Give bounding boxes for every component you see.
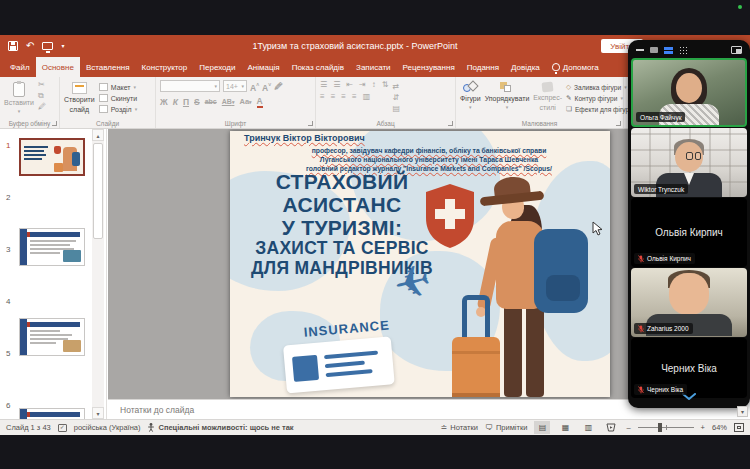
tab-design[interactable]: Конструктор bbox=[136, 57, 194, 77]
undo-icon[interactable]: ↶ bbox=[26, 41, 34, 51]
customize-qat-icon[interactable]: ▾ bbox=[61, 41, 64, 51]
font-dialog-launcher[interactable] bbox=[308, 121, 313, 126]
paste-button[interactable]: Вставити ▾ bbox=[4, 80, 34, 114]
align-center-icon[interactable]: ≡ bbox=[331, 92, 336, 101]
slide-thumbnail-3[interactable] bbox=[19, 318, 85, 356]
start-slideshow-icon[interactable] bbox=[42, 42, 53, 50]
notes-toggle-button[interactable]: ≐ Нотатки bbox=[441, 423, 478, 432]
columns-icon[interactable]: ▥ bbox=[363, 92, 371, 101]
popout-layout-icon[interactable] bbox=[731, 46, 742, 54]
decrease-indent-icon[interactable]: ⇤ bbox=[346, 80, 353, 89]
thumbnail-number: 5 bbox=[6, 349, 10, 358]
align-text-icon[interactable]: ⇵ bbox=[392, 93, 400, 102]
tab-reference[interactable]: Довідка bbox=[505, 57, 546, 77]
normal-view-button[interactable]: ▤ bbox=[534, 421, 550, 434]
copy-icon[interactable]: ⧉ bbox=[38, 91, 46, 100]
tab-file[interactable]: Файл bbox=[4, 57, 36, 77]
increase-indent-icon[interactable]: ⇥ bbox=[359, 80, 366, 89]
cut-icon[interactable]: ✂ bbox=[38, 80, 46, 89]
tab-review[interactable]: Рецензування bbox=[397, 57, 461, 77]
tab-slideshow[interactable]: Показ слайдів bbox=[286, 57, 350, 77]
text-options-icon[interactable]: ▤ bbox=[392, 104, 400, 113]
font-name-select[interactable]: ▾ bbox=[160, 80, 220, 92]
language-indicator[interactable]: російська (Україна) bbox=[74, 423, 141, 432]
scroll-down-icon[interactable]: ▾ bbox=[92, 407, 104, 419]
ribbon-group-font: ▾ 14+▾ А˄ А˅ 🖉 Ж К П S abc АВ▾ Аа▾ bbox=[156, 77, 316, 128]
tab-transitions[interactable]: Переходи bbox=[193, 57, 241, 77]
reset-button[interactable]: Скинути bbox=[99, 94, 138, 102]
comments-toggle-button[interactable]: 🗨 Примітки bbox=[485, 423, 527, 432]
underline-button[interactable]: П bbox=[183, 97, 189, 107]
clipboard-dialog-launcher[interactable] bbox=[52, 121, 57, 126]
strikethrough-button[interactable]: S bbox=[194, 97, 200, 107]
participant-tile[interactable]: Zaharius 2000 bbox=[631, 268, 747, 337]
justify-icon[interactable]: ≡ bbox=[352, 92, 357, 101]
paragraph-dialog-launcher[interactable] bbox=[448, 121, 453, 126]
align-right-icon[interactable]: ≡ bbox=[341, 92, 346, 101]
speaker-view-icon[interactable] bbox=[650, 47, 658, 53]
spellcheck-icon[interactable] bbox=[58, 424, 67, 432]
reading-view-button[interactable]: ▥ bbox=[580, 421, 596, 434]
traveler-illustration bbox=[470, 179, 610, 397]
participant-name-label: Wiktor Trynczuk bbox=[634, 184, 688, 194]
scroll-up-icon[interactable]: ▴ bbox=[92, 129, 104, 141]
align-left-icon[interactable]: ≡ bbox=[320, 92, 325, 101]
tab-insert[interactable]: Вставлення bbox=[80, 57, 136, 77]
tab-home[interactable]: Основне bbox=[36, 57, 80, 77]
new-slide-button[interactable]: Створити слайд bbox=[64, 80, 95, 113]
font-size-select[interactable]: 14+▾ bbox=[223, 80, 247, 92]
zoom-out-button[interactable]: – bbox=[626, 423, 630, 432]
character-spacing-button[interactable]: АВ▾ bbox=[222, 97, 235, 107]
save-icon[interactable] bbox=[8, 41, 18, 51]
participant-tile[interactable]: Ольга Файчук bbox=[631, 58, 747, 127]
tab-help[interactable]: Допомога bbox=[546, 57, 605, 77]
scrollbar-thumb[interactable] bbox=[93, 143, 103, 239]
font-color-button[interactable]: А bbox=[257, 96, 263, 108]
drawing-dialog-launcher[interactable] bbox=[616, 121, 621, 126]
italic-button[interactable]: К bbox=[173, 97, 178, 107]
current-slide[interactable]: Тринчук Віктор Вікторович професор, заві… bbox=[230, 131, 610, 397]
quick-styles-button[interactable]: Експрес- стилі bbox=[533, 80, 562, 111]
gallery-view-icon[interactable] bbox=[679, 46, 688, 55]
shapes-button[interactable]: Фігури ▾ bbox=[460, 80, 481, 110]
participant-tile[interactable]: Wiktor Trynczuk bbox=[631, 128, 747, 197]
strip-view-icon[interactable] bbox=[664, 47, 673, 54]
grow-font-button[interactable]: А˄ bbox=[250, 80, 259, 93]
convert-smartart-icon[interactable]: ⇄ bbox=[392, 82, 400, 91]
tab-animations[interactable]: Анімація bbox=[241, 57, 285, 77]
shrink-font-button[interactable]: А˅ bbox=[262, 80, 271, 93]
change-case-button[interactable]: Аа▾ bbox=[239, 97, 251, 107]
bullets-icon[interactable]: ☰ bbox=[320, 80, 327, 89]
layout-button[interactable]: Макет▾ bbox=[99, 83, 138, 91]
quick-styles-icon bbox=[542, 81, 554, 92]
slide-thumbnail-2[interactable] bbox=[19, 228, 85, 266]
slideshow-view-button[interactable] bbox=[603, 421, 619, 434]
notes-placeholder: Нотатки до слайда bbox=[120, 405, 194, 415]
slide-thumbnail-4[interactable] bbox=[19, 408, 85, 419]
shadow-button[interactable]: abc bbox=[205, 97, 217, 107]
arrange-button[interactable]: Упорядкувати ▾ bbox=[485, 80, 530, 110]
section-button[interactable]: Розділ▾ bbox=[99, 105, 138, 113]
zoom-in-button[interactable]: + bbox=[701, 423, 705, 432]
minimize-icon[interactable] bbox=[636, 49, 644, 51]
numbering-icon[interactable]: ☰ bbox=[333, 80, 340, 89]
editor-scroll-down-icon[interactable]: ▾ bbox=[737, 406, 748, 417]
zoom-slider-handle[interactable] bbox=[658, 423, 662, 432]
text-direction-icon[interactable]: ⇅ bbox=[382, 80, 389, 89]
fit-slide-to-window-icon[interactable] bbox=[734, 423, 744, 432]
slide-thumbnail-1[interactable] bbox=[19, 138, 85, 176]
participant-name-label: Zaharius 2000 bbox=[634, 323, 693, 334]
tab-record[interactable]: Записати bbox=[350, 57, 397, 77]
clear-formatting-button[interactable]: 🖉 bbox=[274, 81, 283, 91]
slide-sorter-view-button[interactable]: ▦ bbox=[557, 421, 573, 434]
thumbnail-scrollbar[interactable]: ▴ ▾ bbox=[92, 129, 104, 419]
line-spacing-icon[interactable]: ↕ bbox=[372, 80, 376, 89]
bold-button[interactable]: Ж bbox=[160, 97, 168, 107]
participant-tile[interactable]: Ольвія Кирпич Ольвія Кирпич bbox=[631, 198, 747, 267]
format-painter-icon[interactable]: 🖉 bbox=[38, 102, 46, 111]
participant-name-label: Черних Віка bbox=[634, 384, 687, 395]
tab-view[interactable]: Подання bbox=[461, 57, 505, 77]
zoom-slider[interactable] bbox=[638, 427, 694, 428]
accessibility-status[interactable]: Спеціальні можливості: щось не так bbox=[147, 423, 293, 432]
zoom-level[interactable]: 64% bbox=[712, 423, 727, 432]
